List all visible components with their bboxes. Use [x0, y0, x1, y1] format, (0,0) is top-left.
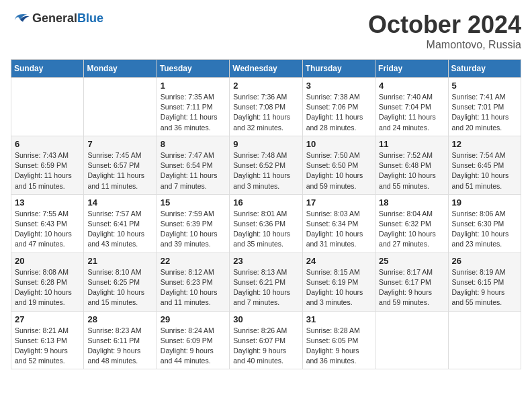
calendar-header-monday: Monday [84, 60, 157, 78]
calendar-week-2: 6Sunrise: 7:43 AMSunset: 6:59 PMDaylight… [11, 136, 521, 194]
logo-general: General [32, 11, 77, 25]
calendar-cell [11, 78, 84, 136]
calendar-cell: 19Sunrise: 8:06 AMSunset: 6:30 PMDayligh… [448, 194, 521, 253]
day-info: Sunrise: 8:13 AMSunset: 6:21 PMDaylight:… [233, 267, 298, 308]
calendar-cell: 13Sunrise: 7:55 AMSunset: 6:43 PMDayligh… [11, 194, 84, 253]
page-header: GeneralBlue October 2024 Mamontovo, Russ… [11, 11, 521, 51]
logo: GeneralBlue [11, 11, 103, 26]
calendar-cell: 5Sunrise: 7:41 AMSunset: 7:01 PMDaylight… [448, 78, 521, 136]
calendar-cell: 30Sunrise: 8:26 AMSunset: 6:07 PMDayligh… [230, 311, 302, 369]
calendar-header-tuesday: Tuesday [157, 60, 229, 78]
day-info: Sunrise: 8:28 AMSunset: 6:05 PMDaylight:… [306, 326, 371, 367]
calendar-cell: 18Sunrise: 8:04 AMSunset: 6:32 PMDayligh… [375, 194, 448, 253]
location: Mamontovo, Russia [368, 39, 521, 51]
calendar-cell: 27Sunrise: 8:21 AMSunset: 6:13 PMDayligh… [11, 311, 84, 369]
calendar-cell: 23Sunrise: 8:13 AMSunset: 6:21 PMDayligh… [230, 253, 302, 311]
day-info: Sunrise: 8:21 AMSunset: 6:13 PMDaylight:… [15, 326, 80, 367]
calendar-cell: 7Sunrise: 7:45 AMSunset: 6:57 PMDaylight… [84, 136, 157, 194]
day-number: 1 [161, 81, 226, 91]
day-number: 17 [306, 197, 371, 208]
day-number: 28 [87, 314, 152, 324]
calendar-cell [84, 78, 157, 136]
day-number: 5 [452, 81, 517, 91]
day-info: Sunrise: 8:26 AMSunset: 6:07 PMDaylight:… [233, 326, 298, 367]
calendar-cell: 26Sunrise: 8:19 AMSunset: 6:15 PMDayligh… [448, 253, 521, 311]
day-number: 9 [233, 139, 298, 149]
calendar-cell: 29Sunrise: 8:24 AMSunset: 6:09 PMDayligh… [157, 311, 229, 369]
day-info: Sunrise: 8:10 AMSunset: 6:25 PMDaylight:… [87, 267, 152, 308]
day-info: Sunrise: 8:08 AMSunset: 6:28 PMDaylight:… [15, 267, 80, 308]
day-number: 22 [161, 256, 226, 266]
calendar-cell: 4Sunrise: 7:40 AMSunset: 7:04 PMDaylight… [375, 78, 448, 136]
day-number: 3 [306, 81, 371, 91]
day-info: Sunrise: 7:57 AMSunset: 6:41 PMDaylight:… [87, 209, 152, 250]
calendar-header-thursday: Thursday [302, 60, 375, 78]
day-number: 25 [379, 256, 444, 266]
day-number: 14 [87, 197, 152, 208]
calendar-cell: 21Sunrise: 8:10 AMSunset: 6:25 PMDayligh… [84, 253, 157, 311]
day-info: Sunrise: 7:35 AMSunset: 7:11 PMDaylight:… [161, 92, 226, 133]
day-number: 30 [233, 314, 298, 324]
day-number: 20 [15, 256, 80, 266]
calendar-cell: 8Sunrise: 7:47 AMSunset: 6:54 PMDaylight… [157, 136, 229, 194]
day-info: Sunrise: 8:06 AMSunset: 6:30 PMDaylight:… [452, 209, 517, 250]
calendar-cell: 3Sunrise: 7:38 AMSunset: 7:06 PMDaylight… [302, 78, 375, 136]
day-info: Sunrise: 8:17 AMSunset: 6:17 PMDaylight:… [379, 267, 444, 308]
calendar-cell [448, 311, 521, 369]
calendar-cell: 17Sunrise: 8:03 AMSunset: 6:34 PMDayligh… [302, 194, 375, 253]
day-number: 8 [161, 139, 226, 149]
calendar-week-1: 1Sunrise: 7:35 AMSunset: 7:11 PMDaylight… [11, 78, 521, 136]
day-info: Sunrise: 8:15 AMSunset: 6:19 PMDaylight:… [306, 267, 371, 308]
day-info: Sunrise: 7:52 AMSunset: 6:48 PMDaylight:… [379, 150, 444, 191]
day-info: Sunrise: 7:55 AMSunset: 6:43 PMDaylight:… [15, 209, 80, 250]
day-number: 23 [233, 256, 298, 266]
logo-text: GeneralBlue [32, 11, 103, 26]
day-info: Sunrise: 8:12 AMSunset: 6:23 PMDaylight:… [161, 267, 226, 308]
calendar-cell: 6Sunrise: 7:43 AMSunset: 6:59 PMDaylight… [11, 136, 84, 194]
calendar-cell: 12Sunrise: 7:54 AMSunset: 6:45 PMDayligh… [448, 136, 521, 194]
day-number: 4 [379, 81, 444, 91]
day-number: 10 [306, 139, 371, 149]
calendar-cell: 25Sunrise: 8:17 AMSunset: 6:17 PMDayligh… [375, 253, 448, 311]
day-number: 21 [87, 256, 152, 266]
day-number: 27 [15, 314, 80, 324]
day-info: Sunrise: 8:23 AMSunset: 6:11 PMDaylight:… [87, 326, 152, 367]
day-number: 13 [15, 197, 80, 208]
calendar-cell [375, 311, 448, 369]
day-info: Sunrise: 7:38 AMSunset: 7:06 PMDaylight:… [306, 92, 371, 133]
day-number: 15 [161, 197, 226, 208]
calendar-cell: 31Sunrise: 8:28 AMSunset: 6:05 PMDayligh… [302, 311, 375, 369]
calendar-cell: 9Sunrise: 7:48 AMSunset: 6:52 PMDaylight… [230, 136, 302, 194]
day-info: Sunrise: 7:59 AMSunset: 6:39 PMDaylight:… [161, 209, 226, 250]
calendar-header-row: SundayMondayTuesdayWednesdayThursdayFrid… [11, 60, 521, 78]
calendar-cell: 15Sunrise: 7:59 AMSunset: 6:39 PMDayligh… [157, 194, 229, 253]
day-info: Sunrise: 7:50 AMSunset: 6:50 PMDaylight:… [306, 150, 371, 191]
calendar-cell: 22Sunrise: 8:12 AMSunset: 6:23 PMDayligh… [157, 253, 229, 311]
day-number: 18 [379, 197, 444, 208]
day-number: 29 [161, 314, 226, 324]
day-info: Sunrise: 7:40 AMSunset: 7:04 PMDaylight:… [379, 92, 444, 133]
calendar-header-saturday: Saturday [448, 60, 521, 78]
calendar-week-3: 13Sunrise: 7:55 AMSunset: 6:43 PMDayligh… [11, 194, 521, 253]
day-info: Sunrise: 7:45 AMSunset: 6:57 PMDaylight:… [87, 150, 152, 191]
calendar-cell: 11Sunrise: 7:52 AMSunset: 6:48 PMDayligh… [375, 136, 448, 194]
day-number: 31 [306, 314, 371, 324]
logo-bird-icon [11, 11, 30, 26]
calendar-week-4: 20Sunrise: 8:08 AMSunset: 6:28 PMDayligh… [11, 253, 521, 311]
calendar-header-wednesday: Wednesday [230, 60, 302, 78]
day-info: Sunrise: 7:43 AMSunset: 6:59 PMDaylight:… [15, 150, 80, 191]
day-info: Sunrise: 8:04 AMSunset: 6:32 PMDaylight:… [379, 209, 444, 250]
calendar-cell: 24Sunrise: 8:15 AMSunset: 6:19 PMDayligh… [302, 253, 375, 311]
calendar-week-5: 27Sunrise: 8:21 AMSunset: 6:13 PMDayligh… [11, 311, 521, 369]
calendar-cell: 16Sunrise: 8:01 AMSunset: 6:36 PMDayligh… [230, 194, 302, 253]
day-info: Sunrise: 7:41 AMSunset: 7:01 PMDaylight:… [452, 92, 517, 133]
calendar-cell: 20Sunrise: 8:08 AMSunset: 6:28 PMDayligh… [11, 253, 84, 311]
day-info: Sunrise: 7:54 AMSunset: 6:45 PMDaylight:… [452, 150, 517, 191]
month-title: October 2024 [368, 11, 521, 39]
logo-blue: Blue [77, 11, 103, 25]
calendar-header-friday: Friday [375, 60, 448, 78]
day-info: Sunrise: 8:19 AMSunset: 6:15 PMDaylight:… [452, 267, 517, 308]
day-info: Sunrise: 8:03 AMSunset: 6:34 PMDaylight:… [306, 209, 371, 250]
calendar-table: SundayMondayTuesdayWednesdayThursdayFrid… [11, 59, 521, 369]
day-number: 24 [306, 256, 371, 266]
